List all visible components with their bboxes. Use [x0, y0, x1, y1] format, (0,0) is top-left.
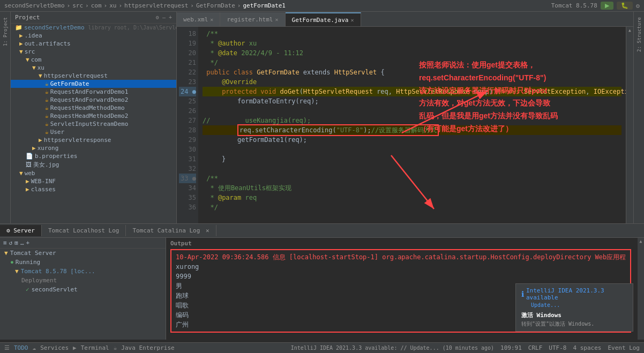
- update-link[interactable]: Update...: [531, 302, 627, 308]
- sidebar-item-src[interactable]: ▼ src: [11, 48, 176, 56]
- encoding-indicator[interactable]: UTF-8: [549, 344, 566, 351]
- sidebar-item-web[interactable]: ▼ web: [11, 169, 176, 177]
- sidebar-item-httpservletrequest[interactable]: ▼ httpservletrequest: [11, 72, 176, 80]
- breadcrumb-xu: xu: [109, 2, 116, 9]
- services-status-icon: ☁: [33, 344, 36, 351]
- folder-icon: ▶: [26, 178, 29, 185]
- terminal-button[interactable]: Terminal: [81, 344, 109, 351]
- sidebar-item-com[interactable]: ▼ com: [11, 56, 176, 64]
- breadcrumb-package: httpservletrequest: [124, 2, 188, 9]
- output-scrollbar[interactable]: ▲: [638, 238, 644, 340]
- run-button[interactable]: ▶: [601, 2, 613, 10]
- requesthead2-label: RequestHeadMethodDemo2: [50, 112, 129, 119]
- breadcrumb-method: getFormDate1: [243, 2, 285, 9]
- tab-tomcat-localhost[interactable]: Tomcat Localhost Log: [42, 225, 126, 236]
- sidebar-item-servlet-input[interactable]: ☕ ServletInputStreamDemo: [11, 120, 176, 128]
- project-icon: 📁: [15, 24, 23, 31]
- close-icon[interactable]: ✕: [206, 227, 209, 234]
- close-icon[interactable]: ✕: [275, 17, 278, 22]
- sidebar-item-requestforward1[interactable]: ☕ RequestAndForwardDemo1: [11, 88, 176, 96]
- tab-register[interactable]: register.html ✕: [220, 12, 285, 26]
- output-line-1: xurong: [176, 262, 626, 272]
- sidebar-item-image[interactable]: 🖼 美女.jpg: [11, 160, 176, 169]
- services-panel: ≡ ↺ ⊞ … + ▼ Tomcat Server ● Running ▼ To…: [0, 238, 166, 340]
- code-line-34: * 使用BeanUtils框架实现: [203, 183, 621, 193]
- todo-button[interactable]: TODO: [14, 344, 28, 351]
- sidebar-item-requesthead1[interactable]: ☕ RequestHeadMethodDemo: [11, 104, 176, 112]
- code-editor: 18 19 20 21 22 23 24 ● 25 26 27 28 29 30…: [177, 27, 633, 223]
- sidebar-item-user[interactable]: ☕ User: [11, 128, 176, 136]
- java-icon: ☕: [45, 104, 49, 111]
- left-tools: 1: Project: [0, 12, 11, 223]
- tomcat-version-item[interactable]: ▼ Tomcat 8.5.78 [loc...: [0, 267, 166, 276]
- sidebar-header: Project ⚙ — +: [11, 12, 176, 24]
- settings-icon[interactable]: ⚙: [636, 2, 640, 10]
- sidebar-item-artifacts[interactable]: ▶ out.artifacts: [11, 40, 176, 48]
- code-line-20: * @date 2022/4/9 - 11:12: [203, 48, 621, 58]
- servletinput-label: ServletInputStreamDemo: [50, 121, 129, 127]
- code-line-18: /**: [203, 29, 621, 39]
- tab-tomcat-catalina[interactable]: Tomcat Catalina Log ✕: [126, 225, 216, 236]
- code-line-19: * @author xu: [203, 39, 621, 48]
- image-icon: 🖼: [26, 161, 32, 168]
- debug-button[interactable]: 🐛: [617, 2, 633, 10]
- popup-title[interactable]: IntelliJ IDEA 2021.3.3 available: [526, 287, 627, 301]
- sidebar-item-httpservletresponse[interactable]: ▶ httpservletresponse: [11, 136, 176, 144]
- second-servlet-item[interactable]: ✓ secondServlet: [0, 285, 166, 294]
- indent-indicator[interactable]: 4 spaces: [573, 344, 601, 351]
- sidebar-item-getformdate[interactable]: ☕ GetFormDate: [11, 80, 176, 88]
- tomcat-server-item[interactable]: ▼ Tomcat Server: [0, 249, 166, 258]
- sidebar-item-idea[interactable]: ▶ .idea: [11, 32, 176, 40]
- sidebar-item-project[interactable]: 📁 secondServletDemo library root, D:\Jav…: [11, 24, 176, 32]
- deploy-label: Deployment: [21, 277, 57, 284]
- deployment-item[interactable]: Deployment: [0, 276, 166, 285]
- tab-getformdate[interactable]: GetFormDate.java ✕: [286, 12, 361, 26]
- folder-icon: ▶: [19, 32, 23, 39]
- close-icon[interactable]: ✕: [350, 17, 354, 23]
- intellij-info: IntelliJ IDEA 2021.3.3 available: // Upd…: [291, 345, 494, 351]
- java-enterprise-button[interactable]: Java Enterprise: [121, 344, 174, 351]
- tab-services[interactable]: ⚙ Server: [0, 225, 42, 236]
- event-log-button[interactable]: Event Log: [608, 344, 640, 351]
- structure-tool[interactable]: 2: Structure: [635, 14, 643, 55]
- tab-getformdate-label: GetFormDate.java: [292, 17, 349, 24]
- sidebar-item-xurong[interactable]: ▶ xurong: [11, 144, 176, 152]
- sidebar-item-webinf[interactable]: ▶ WEB-INF: [11, 177, 176, 185]
- running-item[interactable]: ● Running: [0, 258, 166, 267]
- tomcat-catalina-label: Tomcat Catalina Log: [132, 227, 200, 234]
- sidebar-item-bproperties[interactable]: 📄 b.properties: [11, 152, 176, 160]
- expand-icon[interactable]: ≡: [3, 239, 7, 246]
- services-tab-icon: ⚙: [6, 227, 13, 234]
- code-content[interactable]: /** * @author xu * @date 2022/4/9 - 11:1…: [198, 27, 626, 223]
- services-toolbar: ≡ ↺ ⊞ … +: [0, 238, 166, 249]
- folder-icon: ▼: [19, 170, 23, 177]
- xurong-label: xurong: [38, 145, 59, 152]
- close-icon[interactable]: ✕: [210, 17, 213, 22]
- idea-label: .idea: [25, 32, 42, 39]
- tab-register-label: register.html: [227, 16, 273, 23]
- position-indicator: 109:91: [500, 344, 522, 351]
- line-sep-indicator[interactable]: CRLF: [528, 344, 543, 351]
- code-line-30: [203, 145, 621, 154]
- services-status-button[interactable]: Services: [40, 344, 69, 351]
- sidebar-item-label: secondServletDemo: [24, 24, 85, 31]
- bottom-tabs-bar: ⚙ Server Tomcat Localhost Log Tomcat Cat…: [0, 224, 644, 238]
- tab-webxml[interactable]: web.xml ✕: [177, 12, 220, 26]
- more-icon[interactable]: …: [20, 239, 24, 246]
- activate-windows-label: 激活 Windows: [521, 311, 627, 319]
- intellij-popup: ℹ IntelliJ IDEA 2021.3.3 available Updat…: [515, 283, 633, 332]
- sidebar-item-classes[interactable]: ▶ classes: [11, 185, 176, 193]
- intellij-icon: ℹ: [521, 290, 524, 298]
- file-tree: Project ⚙ — + 📁 secondServletDemo librar…: [11, 12, 177, 223]
- java-icon: ☕: [45, 96, 49, 103]
- folder-icon: ▶: [39, 137, 42, 144]
- folder-icon: ▼: [19, 48, 23, 55]
- sidebar-item-xu[interactable]: ▼ xu: [11, 64, 176, 72]
- right-scrollbar[interactable]: ▲: [626, 27, 633, 223]
- sidebar-item-requesthead2[interactable]: ☕ RequestHeadMethodDemo2: [11, 112, 176, 120]
- filter-icon[interactable]: ⊞: [14, 239, 18, 246]
- project-tool-label[interactable]: 1: Project: [2, 14, 9, 49]
- add-icon[interactable]: +: [26, 239, 30, 246]
- reload-icon[interactable]: ↺: [9, 239, 13, 246]
- sidebar-item-requestforward2[interactable]: ☕ RequestAndForwardDemo2: [11, 96, 176, 104]
